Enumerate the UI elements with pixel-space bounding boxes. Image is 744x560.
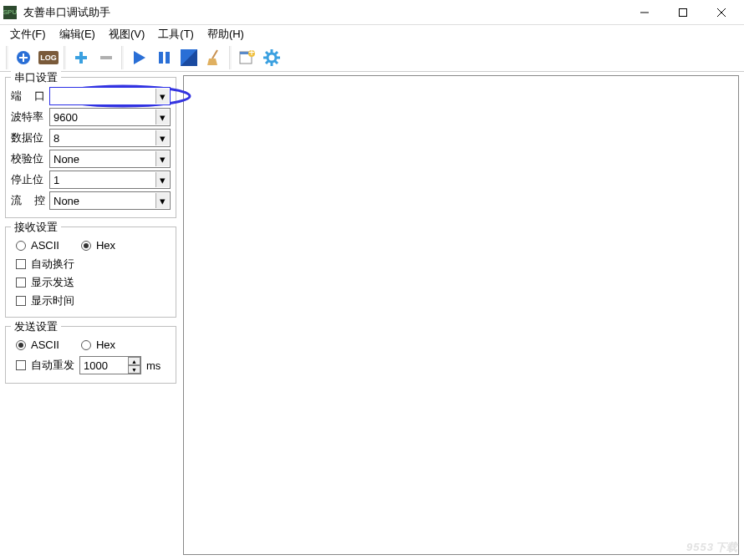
output-pane[interactable] xyxy=(183,75,739,555)
plus-icon xyxy=(73,49,89,66)
maximize-button[interactable] xyxy=(664,0,702,25)
add-port-icon xyxy=(15,49,32,66)
chevron-down-icon: ▾ xyxy=(155,151,169,166)
showtime-label: 显示时间 xyxy=(31,293,74,308)
radio-icon xyxy=(81,340,91,350)
flow-value: None xyxy=(54,195,79,207)
parity-label: 校验位 xyxy=(11,151,49,166)
svg-rect-11 xyxy=(159,52,163,64)
toolbar-separator xyxy=(121,46,124,69)
menu-bar: 文件(F) 编辑(E) 视图(V) 工具(T) 帮助(H) xyxy=(0,25,744,43)
autorepeat-label: 自动重发 xyxy=(31,358,74,373)
menu-file[interactable]: 文件(F) xyxy=(3,25,53,43)
close-button[interactable] xyxy=(702,0,741,25)
spinner-up-icon[interactable]: ▲ xyxy=(128,357,140,365)
autowrap-label: 自动换行 xyxy=(31,257,74,272)
stopbits-label: 停止位 xyxy=(11,172,49,187)
menu-edit[interactable]: 编辑(E) xyxy=(53,25,102,43)
minus-icon xyxy=(98,49,115,66)
recv-hex-radio[interactable]: Hex xyxy=(81,239,115,252)
checkbox-icon xyxy=(16,277,26,288)
svg-point-21 xyxy=(268,53,276,62)
toolbar: LOG + xyxy=(0,43,744,72)
gear-icon xyxy=(262,48,281,67)
databits-label: 数据位 xyxy=(11,130,49,145)
stopbits-value: 1 xyxy=(54,174,59,186)
watermark-tld: 下载 xyxy=(716,540,737,555)
send-hex-radio[interactable]: Hex xyxy=(81,339,115,351)
send-settings-legend: 发送设置 xyxy=(11,319,61,334)
svg-line-26 xyxy=(266,52,268,54)
add-port-button[interactable] xyxy=(12,46,35,69)
svg-rect-12 xyxy=(166,52,170,64)
spinner-down-icon[interactable]: ▼ xyxy=(128,365,140,374)
showtime-check[interactable]: 显示时间 xyxy=(16,293,166,308)
sidebar: 串口设置 端 口 ▾ 波特率 9600 ▾ 数据位 xyxy=(0,72,181,560)
baud-label: 波特率 xyxy=(11,109,49,125)
increase-button[interactable] xyxy=(69,46,93,69)
port-combo[interactable]: ▾ xyxy=(49,87,171,105)
parity-combo[interactable]: None ▾ xyxy=(49,150,171,168)
interval-unit: ms xyxy=(146,359,161,372)
settings-button[interactable] xyxy=(260,46,283,69)
parity-value: None xyxy=(54,153,79,165)
serial-settings-legend: 串口设置 xyxy=(11,70,61,85)
recv-ascii-label: ASCII xyxy=(31,239,59,252)
app-icon: SPU xyxy=(3,6,17,19)
window-icon xyxy=(180,48,198,67)
checkbox-icon xyxy=(16,360,26,370)
autorepeat-check[interactable]: 自动重发 1000 ▲ ▼ ms xyxy=(16,356,166,374)
play-button[interactable] xyxy=(127,46,150,69)
databits-value: 8 xyxy=(54,132,59,145)
recv-settings-legend: 接收设置 xyxy=(11,220,61,235)
menu-tools[interactable]: 工具(T) xyxy=(151,25,201,43)
pause-icon xyxy=(155,49,172,66)
svg-line-27 xyxy=(275,61,278,64)
decrease-button[interactable] xyxy=(94,46,118,69)
baud-combo[interactable]: 9600 ▾ xyxy=(49,108,171,126)
radio-icon xyxy=(16,241,26,251)
menu-view[interactable]: 视图(V) xyxy=(102,25,151,43)
log-icon: LOG xyxy=(38,51,59,64)
svg-marker-10 xyxy=(134,51,145,64)
flow-combo[interactable]: None ▾ xyxy=(49,191,171,210)
play-icon xyxy=(130,49,147,66)
autowrap-check[interactable]: 自动换行 xyxy=(16,257,166,272)
minimize-icon xyxy=(640,8,649,17)
interval-value: 1000 xyxy=(84,359,108,372)
svg-rect-1 xyxy=(680,8,687,16)
watermark-main: 9553 xyxy=(686,541,714,553)
showsend-check[interactable]: 显示发送 xyxy=(16,275,166,290)
stopbits-combo[interactable]: 1 ▾ xyxy=(49,171,171,189)
recv-settings-group: 接收设置 ASCII Hex 自动换行 显示发送 xyxy=(5,227,176,318)
menu-help[interactable]: 帮助(H) xyxy=(201,25,251,43)
chevron-down-icon: ▾ xyxy=(155,172,169,187)
checkbox-icon xyxy=(16,259,26,269)
databits-combo[interactable]: 8 ▾ xyxy=(49,129,171,147)
send-hex-label: Hex xyxy=(96,339,115,351)
watermark: 9553 下载 xyxy=(686,540,737,555)
port-label: 端 口 xyxy=(11,89,49,104)
window-button[interactable] xyxy=(177,46,201,69)
svg-line-28 xyxy=(275,52,278,54)
chevron-down-icon: ▾ xyxy=(155,193,169,208)
interval-spinner[interactable]: 1000 ▲ ▼ xyxy=(79,356,141,374)
broom-icon xyxy=(206,48,222,67)
new-window-button[interactable]: + xyxy=(235,46,258,69)
chevron-down-icon: ▾ xyxy=(155,109,169,125)
toolbar-separator xyxy=(229,46,232,69)
chevron-down-icon: ▾ xyxy=(155,89,169,104)
pause-button[interactable] xyxy=(152,46,176,69)
recv-ascii-radio[interactable]: ASCII xyxy=(16,239,59,252)
svg-text:+: + xyxy=(248,49,255,59)
toolbar-separator xyxy=(64,46,66,69)
send-ascii-label: ASCII xyxy=(31,339,59,351)
serial-settings-group: 串口设置 端 口 ▾ 波特率 9600 ▾ 数据位 xyxy=(5,77,176,218)
minimize-button[interactable] xyxy=(625,0,664,25)
log-button[interactable]: LOG xyxy=(37,46,60,69)
svg-marker-16 xyxy=(207,59,217,65)
clear-button[interactable] xyxy=(202,46,226,69)
flow-label: 流 控 xyxy=(11,193,49,208)
client-area: 串口设置 端 口 ▾ 波特率 9600 ▾ 数据位 xyxy=(0,72,744,560)
send-ascii-radio[interactable]: ASCII xyxy=(16,339,59,351)
